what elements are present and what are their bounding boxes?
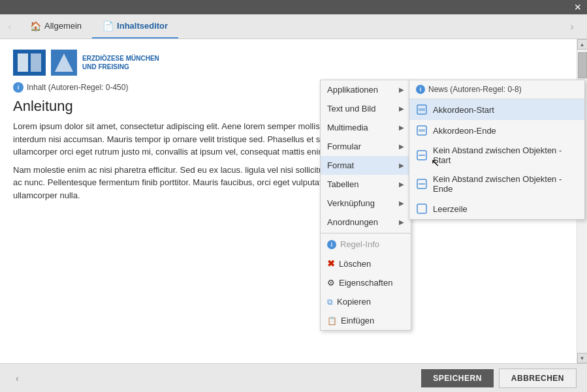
ctx-arrow-verknuepfung: ▶ bbox=[399, 200, 404, 207]
sub-menu-item-kein-abstand-ende[interactable]: Kein Abstand zwischen Objekten - Ende bbox=[409, 170, 584, 198]
logo-svg-right bbox=[54, 52, 74, 73]
kein-abstand-ende-icon bbox=[416, 178, 428, 190]
svg-rect-0 bbox=[18, 53, 28, 72]
ctx-arrow-format: ▶ bbox=[399, 162, 404, 169]
close-button[interactable]: ✕ bbox=[573, 2, 583, 12]
logo-area: ERZDIÖZESE MÜNCHEN UND FREISING bbox=[13, 50, 563, 76]
ctx-divider-1 bbox=[321, 233, 411, 234]
tab-forward-button[interactable]: › bbox=[562, 21, 582, 33]
scrollbar-down-button[interactable]: ▼ bbox=[577, 353, 588, 363]
news-rule-text: News (Autoren-Regel: 0-8) bbox=[428, 85, 522, 94]
sub-menu: i News (Autoren-Regel: 0-8) Akkordeon-St… bbox=[409, 80, 585, 220]
ctx-item-verknuepfung-label: Verknüpfung bbox=[327, 198, 375, 208]
save-button[interactable]: SPEICHERN bbox=[421, 369, 494, 387]
ctx-item-verknuepfung[interactable]: Verknüpfung ▶ bbox=[321, 194, 411, 213]
ctx-item-kopieren[interactable]: ⧉ Kopieren bbox=[321, 292, 411, 311]
akkordeon-ende-icon bbox=[416, 125, 428, 136]
ctx-item-format-label: Format bbox=[327, 160, 354, 170]
ctx-arrow-anordnungen: ▶ bbox=[399, 219, 404, 226]
ctx-item-einfuegen[interactable]: 📋 Einfügen bbox=[321, 311, 411, 330]
kein-abstand-start-icon bbox=[416, 149, 428, 161]
cancel-button[interactable]: ABBRECHEN bbox=[499, 369, 577, 388]
context-menu: Applikationen ▶ Text und Bild ▶ Multimed… bbox=[320, 80, 411, 331]
ctx-item-text-und-bild-label: Text und Bild bbox=[327, 104, 375, 113]
ctx-arrow-tabellen: ▶ bbox=[399, 181, 404, 188]
ctx-item-regel-info-label: i Regel-Info bbox=[327, 239, 379, 249]
logo-text: ERZDIÖZESE MÜNCHEN UND FREISING bbox=[82, 54, 159, 71]
ctx-item-loeschen[interactable]: ✖ Löschen bbox=[321, 254, 411, 273]
einfuegen-icon: 📋 bbox=[327, 316, 337, 325]
tab-inhaltseditor[interactable]: 📄 Inhaltseditor bbox=[92, 14, 178, 38]
svg-rect-6 bbox=[419, 129, 425, 132]
svg-rect-11 bbox=[417, 204, 426, 213]
ctx-item-multimedia[interactable]: Multimedia ▶ bbox=[321, 118, 411, 137]
ctx-arrow-text-und-bild: ▶ bbox=[399, 105, 404, 112]
ctx-item-eigenschaften-label: ⚙ Eigenschaften bbox=[327, 278, 392, 288]
sub-menu-item-leerzeile[interactable]: Leerzeile bbox=[409, 198, 584, 219]
rule-info-text: Inhalt (Autoren-Regel: 0-450) bbox=[27, 83, 128, 92]
ctx-item-loeschen-label: ✖ Löschen bbox=[327, 258, 371, 269]
ctx-item-format[interactable]: Format ▶ bbox=[321, 156, 411, 175]
tab-back-button[interactable]: ‹ bbox=[0, 14, 20, 38]
svg-rect-1 bbox=[31, 53, 41, 72]
leerzeile-label: Leerzeile bbox=[433, 204, 468, 214]
ctx-item-kopieren-label: ⧉ Kopieren bbox=[327, 297, 371, 307]
news-rule-icon: i bbox=[416, 85, 425, 94]
sub-menu-item-akkordeon-ende[interactable]: Akkordeon-Ende bbox=[409, 120, 584, 141]
logo-svg-left bbox=[16, 52, 42, 73]
akkordeon-start-label: Akkordeon-Start bbox=[433, 105, 494, 115]
ctx-item-multimedia-label: Multimedia bbox=[327, 123, 368, 132]
footer-back-button[interactable]: ‹ bbox=[16, 373, 19, 384]
footer-bar: ‹ SPEICHERN ABBRECHEN bbox=[0, 363, 587, 392]
tab-allgemein-icon: 🏠 bbox=[30, 21, 41, 31]
ctx-item-eigenschaften[interactable]: ⚙ Eigenschaften bbox=[321, 273, 411, 292]
tab-bar: ‹ 🏠 Allgemein 📄 Inhaltseditor › bbox=[0, 14, 587, 39]
regel-info-icon: i bbox=[327, 240, 336, 249]
svg-rect-4 bbox=[419, 108, 425, 111]
kein-abstand-start-label: Kein Abstand zwischen Objekten - Start bbox=[433, 145, 578, 165]
scrollbar-thumb[interactable] bbox=[578, 52, 587, 78]
ctx-item-applikationen[interactable]: Applikationen ▶ bbox=[321, 80, 411, 99]
leerzeile-icon bbox=[416, 203, 428, 215]
eigenschaften-icon: ⚙ bbox=[327, 278, 335, 288]
ctx-arrow-formular: ▶ bbox=[399, 143, 404, 150]
main-area: ERZDIÖZESE MÜNCHEN UND FREISING i Inhalt… bbox=[0, 39, 587, 363]
ctx-item-tabellen[interactable]: Tabellen ▶ bbox=[321, 175, 411, 194]
scrollbar-up-button[interactable]: ▲ bbox=[577, 39, 588, 50]
akkordeon-start-icon bbox=[416, 104, 428, 115]
ctx-item-applikationen-label: Applikationen bbox=[327, 85, 378, 95]
sub-menu-item-akkordeon-start[interactable]: Akkordeon-Start bbox=[409, 99, 584, 120]
ctx-item-formular[interactable]: Formular ▶ bbox=[321, 137, 411, 156]
tab-allgemein[interactable]: 🏠 Allgemein bbox=[20, 14, 92, 38]
tab-bar-right: › bbox=[562, 14, 587, 38]
ctx-arrow-multimedia: ▶ bbox=[399, 124, 404, 131]
rule-icon: i bbox=[13, 82, 24, 93]
ctx-item-einfuegen-label: 📋 Einfügen bbox=[327, 316, 374, 325]
ctx-item-anordnungen[interactable]: Anordnungen ▶ bbox=[321, 213, 411, 232]
logo-box-left bbox=[13, 50, 46, 76]
ctx-item-regel-info: i Regel-Info bbox=[321, 235, 411, 254]
kein-abstand-ende-label: Kein Abstand zwischen Objekten - Ende bbox=[433, 174, 578, 194]
svg-marker-2 bbox=[55, 53, 73, 72]
ctx-item-anordnungen-label: Anordnungen bbox=[327, 217, 378, 227]
sub-menu-news-rule: i News (Autoren-Regel: 0-8) bbox=[409, 80, 584, 99]
ctx-item-tabellen-label: Tabellen bbox=[327, 179, 358, 189]
footer-left: ‹ bbox=[10, 373, 416, 384]
ctx-arrow-applikationen: ▶ bbox=[399, 86, 404, 93]
tab-inhaltseditor-label: Inhaltseditor bbox=[117, 21, 168, 31]
loeschen-icon: ✖ bbox=[327, 258, 335, 269]
akkordeon-ende-label: Akkordeon-Ende bbox=[433, 126, 496, 136]
sub-menu-item-kein-abstand-start[interactable]: Kein Abstand zwischen Objekten - Start bbox=[409, 141, 584, 170]
logo-box-right bbox=[51, 50, 77, 76]
ctx-item-text-und-bild[interactable]: Text und Bild ▶ bbox=[321, 99, 411, 118]
tab-inhaltseditor-icon: 📄 bbox=[103, 21, 114, 31]
tab-allgemein-label: Allgemein bbox=[44, 21, 82, 31]
title-bar: ✕ bbox=[0, 0, 587, 14]
ctx-item-formular-label: Formular bbox=[327, 142, 361, 151]
kopieren-icon: ⧉ bbox=[327, 297, 333, 307]
